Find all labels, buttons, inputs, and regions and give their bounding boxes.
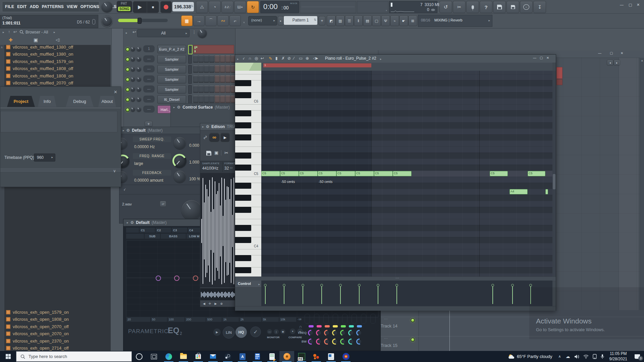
- pedal-button[interactable]: ⌐: [229, 15, 241, 26]
- channel-volume-knob[interactable]: [137, 77, 141, 81]
- eq-monitor-1[interactable]: |: [274, 329, 279, 334]
- velocity-stem[interactable]: [284, 285, 284, 304]
- channel-target-fader[interactable]: [188, 65, 192, 74]
- timebase-select[interactable]: 960 ▸: [34, 154, 55, 162]
- philter-param-value[interactable]: 0.00000 Hz: [134, 144, 155, 149]
- philter-right-value[interactable]: 1.000: [189, 160, 199, 165]
- eq-freq-knob[interactable]: [340, 330, 346, 336]
- eq-freq-knob[interactable]: [356, 330, 362, 336]
- taskbar-app-file-explorer[interactable]: [176, 351, 191, 362]
- note[interactable]: C5: [528, 171, 545, 176]
- eq-freq-knob[interactable]: [308, 330, 314, 336]
- speaker-icon[interactable]: [574, 354, 579, 359]
- velocity-handle[interactable]: [377, 284, 379, 287]
- velocity-stem[interactable]: [512, 285, 513, 304]
- piano-key-black[interactable]: [235, 207, 251, 213]
- browser-list-item[interactable]: v8cross_exh_muffled_2070_off: [5, 80, 110, 86]
- channel-number-box[interactable]: ---: [143, 75, 155, 82]
- velocity-stem[interactable]: [378, 285, 378, 304]
- eq-band-color-swatch[interactable]: [317, 325, 322, 327]
- velocity-handle[interactable]: [491, 284, 494, 287]
- pr-timeline-selection[interactable]: 1: [263, 63, 371, 67]
- channel-clip-preview[interactable]: [193, 45, 234, 54]
- eq-bw-knob[interactable]: [308, 339, 314, 345]
- browser-list-item[interactable]: v8cross_exh_muffled_1808_off: [5, 65, 110, 72]
- eq-band-color-swatch[interactable]: [309, 325, 314, 327]
- eq-node-handle[interactable]: [174, 276, 179, 281]
- taskbar-app-presentation[interactable]: [324, 351, 338, 362]
- playlist-vscrollbar[interactable]: ▴: [640, 58, 644, 315]
- channel-button[interactable]: Sampler: [157, 75, 186, 83]
- pr-zoom-icon[interactable]: ⊕: [306, 56, 309, 61]
- philter-right-value[interactable]: 0.000: [189, 143, 199, 148]
- channel-enable-led[interactable]: [125, 87, 130, 92]
- edison-cut-icon[interactable]: ✂: [224, 150, 228, 156]
- channel-volume-knob[interactable]: [137, 67, 141, 71]
- step-button[interactable]: [209, 85, 214, 93]
- pr-title-dropdown-icon[interactable]: ▸: [380, 57, 382, 61]
- eq-bw-knob[interactable]: [324, 339, 330, 345]
- stop-button[interactable]: ■: [147, 1, 159, 13]
- note[interactable]: C5: [336, 171, 355, 176]
- channel-button[interactable]: Sampler: [157, 65, 186, 73]
- step-button[interactable]: [204, 75, 209, 83]
- feedback-button[interactable]: −: [520, 1, 533, 13]
- velocity-handle[interactable]: [320, 284, 323, 287]
- browser-list-item[interactable]: v8cross_exh_muffled_1380_off: [5, 44, 110, 51]
- browser-collapse-icon[interactable]: ▸: [3, 31, 4, 34]
- velocity-handle[interactable]: [339, 284, 342, 287]
- pattern-menu-button[interactable]: ▸: [278, 16, 284, 25]
- remote-control-button[interactable]: ⌁: [390, 15, 399, 26]
- channel-pan-knob[interactable]: [130, 87, 135, 92]
- taskbar-app-audio-dots[interactable]: [309, 351, 324, 362]
- browser-list-item[interactable]: v8cross_exh_open_1808_on: [5, 316, 110, 323]
- next-pattern-button[interactable]: →: [193, 15, 205, 26]
- channel-volume-knob[interactable]: [137, 97, 141, 102]
- eq-bw-knob[interactable]: [332, 339, 338, 345]
- channel-volume-knob[interactable]: [137, 107, 141, 112]
- edison-gear-icon[interactable]: ⚙: [206, 124, 210, 129]
- note[interactable]: C5: [280, 171, 299, 176]
- eq-node-handle[interactable]: [193, 276, 198, 281]
- fl-close-button[interactable]: ✕: [637, 3, 640, 7]
- channel-number-box[interactable]: ---: [143, 85, 155, 93]
- pr-velocity-lane[interactable]: [261, 281, 552, 306]
- channel-number-box[interactable]: 1: [143, 45, 155, 52]
- note[interactable]: C5: [393, 171, 412, 176]
- edison-next-icon[interactable]: ▶: [214, 302, 217, 305]
- taskbar-app-docs[interactable]: A: [235, 351, 250, 362]
- channel-number-box[interactable]: ---: [143, 55, 155, 62]
- hint-dropdown-icon[interactable]: ▸: [488, 19, 490, 22]
- step-button[interactable]: [220, 55, 225, 63]
- phone-link-icon[interactable]: [593, 354, 597, 359]
- note[interactable]: C5: [374, 171, 393, 176]
- step-button[interactable]: [193, 75, 198, 83]
- eq-headphone-icon[interactable]: ∩: [299, 324, 302, 328]
- velocity-handle[interactable]: [264, 284, 267, 287]
- velocity-stem[interactable]: [265, 285, 266, 304]
- metronome-button[interactable]: ⧍: [196, 1, 208, 13]
- pr-corner-tab[interactable]: [235, 63, 261, 71]
- piano-key-black[interactable]: [235, 225, 251, 231]
- channel-button[interactable]: I6_Diesel: [157, 95, 186, 104]
- step-button[interactable]: [215, 75, 220, 83]
- browser-speaker-icon[interactable]: ◁:: [56, 37, 60, 42]
- bpm-spinner-icon[interactable]: ⇅: [191, 4, 193, 8]
- step-button[interactable]: [225, 96, 230, 103]
- note[interactable]: C5: [261, 171, 280, 176]
- browser-up-icon[interactable]: ↑: [8, 29, 10, 34]
- channel-enable-led[interactable]: [125, 77, 130, 82]
- playlist-close-button[interactable]: ✕: [621, 51, 623, 55]
- pr-maximize-button[interactable]: ▢: [540, 56, 543, 60]
- velocity-handle[interactable]: [395, 284, 398, 287]
- piano-key-black[interactable]: [235, 122, 251, 128]
- countdown-button[interactable]: 3.2.:: [221, 1, 233, 13]
- velocity-handle[interactable]: [283, 284, 285, 287]
- channel-target-fader[interactable]: [188, 45, 193, 54]
- channel-button[interactable]: Sampler: [157, 55, 186, 63]
- channel-volume-knob[interactable]: [137, 57, 141, 61]
- info-panel[interactable]: ◔: [357, 1, 388, 13]
- velocity-stem[interactable]: [321, 285, 322, 304]
- record-audio-button[interactable]: [466, 1, 479, 13]
- piano-key-black[interactable]: [235, 255, 251, 261]
